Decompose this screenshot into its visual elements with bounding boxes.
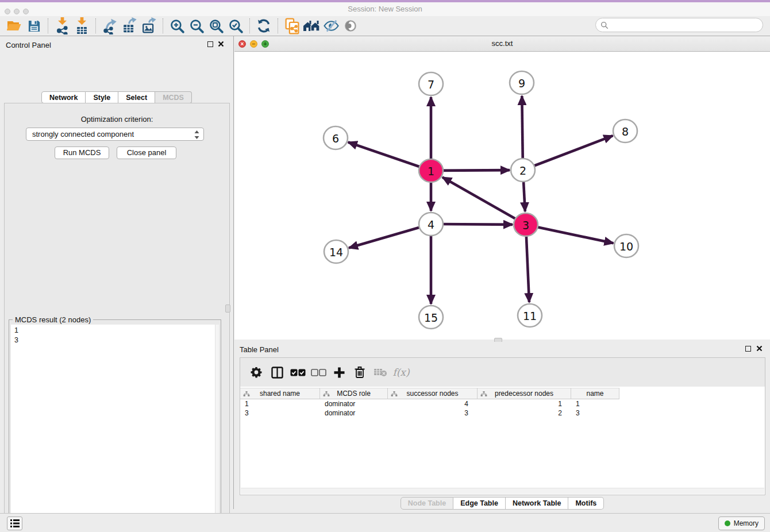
float-table-panel-icon[interactable]: [745, 346, 751, 352]
zoom-fit-button[interactable]: [206, 17, 226, 34]
window-controls[interactable]: [5, 6, 32, 17]
result-scrollbar[interactable]: [215, 325, 219, 532]
import-network-icon: [55, 17, 70, 34]
table-cell[interactable]: 2: [478, 408, 571, 418]
table-cell[interactable]: 1: [571, 399, 619, 408]
column-header-shared-name[interactable]: shared name: [240, 388, 320, 399]
search-input[interactable]: [609, 20, 763, 31]
zoom-out-button[interactable]: [187, 17, 206, 34]
minimize-view-button[interactable]: −: [250, 40, 257, 48]
tab-edge-table[interactable]: Edge Table: [453, 497, 506, 510]
table-cell[interactable]: 3: [571, 408, 619, 418]
tab-motifs[interactable]: Motifs: [568, 497, 604, 510]
table-settings-button[interactable]: [246, 362, 267, 383]
table-cell[interactable]: 1: [478, 399, 571, 408]
deselect-all-rows-button[interactable]: [308, 362, 329, 383]
tab-mcds[interactable]: MCDS: [155, 91, 192, 103]
graph-node-14[interactable]: 14: [324, 240, 348, 263]
refresh-icon: [256, 18, 271, 33]
graph-node-8[interactable]: 8: [613, 119, 637, 142]
graph-node-4[interactable]: 4: [419, 213, 443, 236]
tab-style[interactable]: Style: [86, 91, 118, 103]
graph-node-label: 9: [518, 77, 525, 90]
add-column-button[interactable]: [329, 362, 349, 383]
close-window-button[interactable]: [5, 9, 10, 14]
export-image-button[interactable]: [139, 17, 159, 34]
column-header-label: successor nodes: [406, 390, 458, 398]
network-canvas[interactable]: 7968124314101511: [234, 52, 770, 340]
table-cell[interactable]: 3: [240, 408, 320, 418]
graph-node-1[interactable]: 1: [419, 159, 443, 182]
graph-node-10[interactable]: 10: [614, 234, 638, 257]
criterion-select[interactable]: strongly connected component: [26, 128, 204, 141]
import-network-button[interactable]: [52, 17, 72, 34]
graph-edge-1-6[interactable]: [348, 142, 431, 171]
mcds-result-text[interactable]: 1 3: [11, 325, 215, 532]
table-horizontal-scrollbar[interactable]: [241, 488, 764, 494]
column-header-successor-nodes[interactable]: successor nodes: [388, 388, 478, 399]
task-history-button[interactable]: [7, 516, 22, 530]
close-panel-icon[interactable]: [218, 41, 224, 47]
duplicate-network-button[interactable]: [282, 17, 302, 34]
search-field[interactable]: [595, 18, 763, 32]
column-header-label: predecessor nodes: [495, 390, 553, 398]
zoom-selected-icon: [228, 18, 244, 34]
graph-node-7[interactable]: 7: [419, 72, 443, 95]
tab-select[interactable]: Select: [118, 91, 155, 103]
table-row[interactable]: 1dominator411: [240, 399, 765, 408]
graph-node-2[interactable]: 2: [511, 159, 535, 182]
close-panel-button[interactable]: Close panel: [117, 147, 176, 159]
graph-node-9[interactable]: 9: [510, 71, 534, 94]
import-table-button[interactable]: [72, 17, 91, 34]
column-layout-button[interactable]: [267, 362, 287, 383]
graph-node-15[interactable]: 15: [419, 306, 443, 329]
vertical-splitter-handle[interactable]: [225, 304, 230, 313]
float-panel-icon[interactable]: [207, 41, 213, 47]
import-table-icon: [75, 17, 89, 34]
table-cell[interactable]: dominator: [320, 399, 388, 408]
list-icon: [10, 519, 20, 527]
memory-button[interactable]: Memory: [718, 516, 765, 530]
function-builder-button[interactable]: f(x): [391, 362, 411, 383]
zoom-in-button[interactable]: [167, 17, 187, 34]
export-network-button[interactable]: [100, 17, 120, 34]
export-table-icon: [122, 17, 137, 34]
minimize-window-button[interactable]: [14, 9, 20, 14]
tab-node-table[interactable]: Node Table: [401, 497, 453, 510]
zoom-selected-button[interactable]: [226, 17, 245, 34]
apply-layout-button[interactable]: [254, 17, 274, 34]
graph-node-3[interactable]: 3: [514, 213, 538, 236]
network-overview-button[interactable]: [302, 17, 321, 34]
toggle-styles-button[interactable]: [321, 17, 341, 34]
graph-edge-2-8[interactable]: [523, 136, 613, 170]
delete-column-button[interactable]: [349, 362, 370, 383]
tab-network-table[interactable]: Network Table: [506, 497, 569, 510]
table-cell[interactable]: 3: [388, 408, 478, 418]
zoom-window-button[interactable]: [23, 9, 29, 14]
graph-node-label: 15: [424, 311, 438, 324]
column-header-name[interactable]: name: [571, 388, 619, 399]
tab-network[interactable]: Network: [41, 91, 86, 103]
zoom-view-button[interactable]: +: [261, 40, 269, 48]
run-mcds-button[interactable]: Run MCDS: [55, 147, 109, 159]
graph-node-11[interactable]: 11: [518, 304, 542, 327]
table-cell[interactable]: dominator: [320, 408, 388, 418]
graph-edge-4-14[interactable]: [349, 224, 431, 248]
column-header-predecessor-nodes[interactable]: predecessor nodes: [478, 388, 571, 399]
delete-table-button[interactable]: [370, 362, 391, 383]
table-row[interactable]: 3dominator323: [240, 408, 765, 418]
table-cell[interactable]: 4: [388, 399, 478, 408]
export-table-button[interactable]: [120, 17, 139, 34]
open-session-button[interactable]: [5, 17, 24, 34]
close-view-button[interactable]: ×: [238, 40, 246, 48]
graph-node-6[interactable]: 6: [324, 126, 348, 149]
graph-node-label: 7: [428, 78, 434, 91]
close-table-panel-icon[interactable]: [756, 345, 763, 352]
save-session-button[interactable]: [24, 17, 44, 34]
graph-edge-3-10[interactable]: [526, 225, 613, 243]
select-all-rows-button[interactable]: [287, 362, 308, 383]
toggle-visibility-button[interactable]: [341, 17, 360, 34]
graph-edge-3-1[interactable]: [442, 177, 526, 225]
table-cell[interactable]: 1: [240, 399, 320, 408]
column-header-MCDS-role[interactable]: MCDS role: [320, 388, 388, 399]
